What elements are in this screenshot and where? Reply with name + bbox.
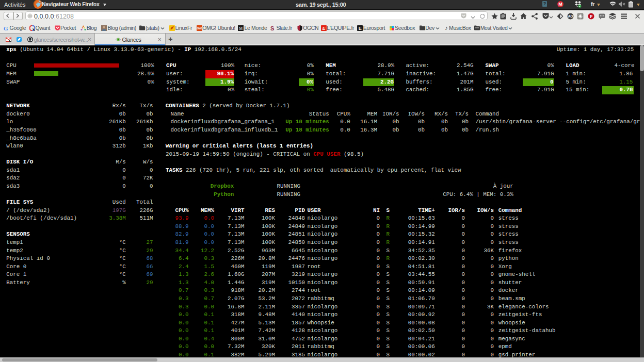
svg-text:G: G — [4, 25, 8, 31]
svg-text:M: M — [239, 26, 243, 30]
svg-text:E: E — [359, 25, 362, 30]
svg-text:S: S — [270, 25, 274, 31]
svg-text:P: P — [590, 13, 592, 19]
svg-text:AO: AO — [568, 14, 573, 18]
svg-text:OMG: OMG — [197, 27, 202, 29]
